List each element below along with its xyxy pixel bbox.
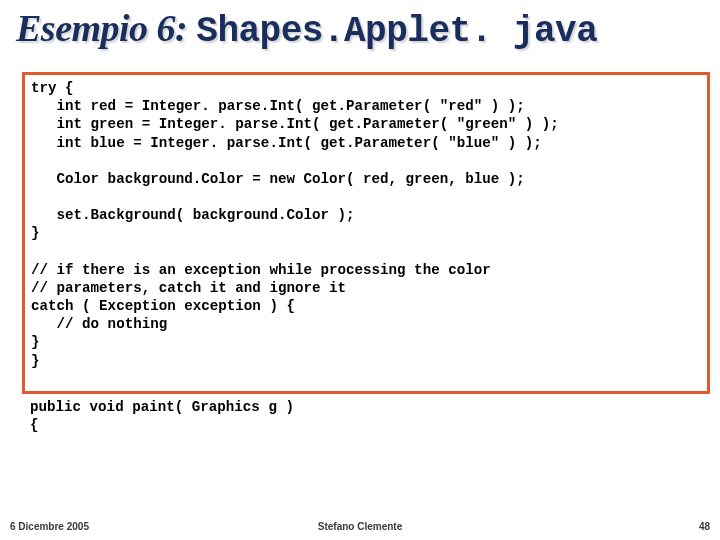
- footer-date: 6 Dicembre 2005: [10, 521, 89, 532]
- code-below-box: public void paint( Graphics g ) {: [30, 398, 294, 434]
- slide-title: Esempio 6: Shapes.Applet. java: [16, 6, 704, 52]
- title-prefix: Esempio 6:: [16, 7, 196, 49]
- title-filename: Shapes.Applet. java: [196, 11, 597, 52]
- code-box: try { int red = Integer. parse.Int( get.…: [22, 72, 710, 394]
- footer-page-number: 48: [699, 521, 710, 532]
- footer-author: Stefano Clemente: [318, 521, 402, 532]
- slide: Esempio 6: Shapes.Applet. java try { int…: [0, 0, 720, 540]
- code-content: try { int red = Integer. parse.Int( get.…: [31, 79, 701, 370]
- slide-footer: 6 Dicembre 2005 Stefano Clemente 48: [0, 516, 720, 534]
